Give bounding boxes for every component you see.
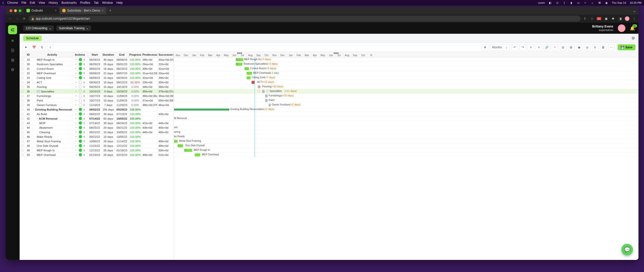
profile-icon[interactable] [625,16,629,21]
cell-end[interactable]: 10/13/23 [115,85,129,89]
avatar[interactable] [618,24,625,32]
bluetooth-icon[interactable]: ᛒ [562,1,566,5]
table-row[interactable]: 42−ACM Removal+🗑07/14/2260 days10/05/221… [20,116,174,121]
table-row[interactable]: 46Make Ready+🗑09/22/2210 days10/05/22100… [20,134,174,139]
nav-gantt-icon[interactable]: ≡ [10,38,16,44]
menu-bookmarks[interactable]: Bookmarks [62,1,77,5]
table-row[interactable]: 45Cleaning+🗑09/22/2210 days10/05/22100.0… [20,130,174,134]
cell-pred[interactable]: 37ss+0d [141,98,157,103]
tab-submittals[interactable]: Submittals - Ben's Demo × [60,7,106,14]
gantt-row[interactable]: Metal Stud Framing [174,139,638,144]
table-row[interactable]: 38Paint+🗑10/27/2310 days11/09/230.00%37s… [20,98,174,103]
table-row[interactable]: 49MEP Rough In+🗑12/13/2226 days01/18/231… [20,148,174,153]
status-icon[interactable] [79,103,82,107]
cell-activity[interactable]: MEP Rough In [32,148,72,152]
row-checkbox[interactable] [21,122,23,124]
cell-progress[interactable]: 0.00% [129,98,141,103]
cell-pred[interactable]: 32ss+0d [141,76,157,80]
extension-icon[interactable]: G [597,17,601,20]
cell-progress[interactable]: 100.00% [129,134,141,139]
cell-pred[interactable]: 29ss+0d [141,62,157,66]
trash-icon[interactable]: 🗑 [83,63,86,65]
summary-bar[interactable] [174,109,229,111]
download-button[interactable]: ⬇ [482,44,488,51]
cell-duration[interactable]: 28 days [102,139,115,143]
cell-activity[interactable]: MEP Overhead [32,71,72,75]
app-logo[interactable]: ⊂ [8,25,17,34]
menu-file[interactable]: File [21,1,26,5]
cell-activity[interactable]: Flooring [32,85,72,89]
control-center-icon[interactable]: ⌘ [598,1,601,5]
add-icon[interactable]: + [74,103,78,107]
row-checkbox[interactable] [21,58,23,61]
image-chip-icon[interactable] [37,90,40,93]
tab-overflow-icon[interactable]: ⌄ [630,8,638,13]
cell-succ[interactable]: 48fs+0d [157,139,174,143]
cell-succ[interactable]: 44fs+0d [157,121,174,125]
cell-end[interactable]: 01/18/23 [115,148,129,152]
collapse-icon[interactable]: − [33,108,34,111]
add-icon[interactable]: + [74,117,78,120]
status-icon[interactable] [79,81,82,84]
cell-succ[interactable]: 36fs+0d [157,85,174,89]
cell-pred[interactable] [141,139,157,143]
row-checkbox[interactable] [21,81,23,84]
cell-pred[interactable]: 33fs+0d [141,80,157,84]
cell-end[interactable]: 10/05/22 [115,134,129,139]
row-checkbox[interactable] [21,104,23,106]
status-icon[interactable] [79,90,82,93]
cell-start[interactable]: 06/02/22 [88,107,102,112]
cell-succ[interactable]: 50fs+0d [157,148,174,152]
trash-icon[interactable]: 🗑 [83,108,86,111]
search-icon[interactable]: ⌕ [591,1,594,5]
add-icon[interactable]: + [74,94,78,97]
indent-right-button[interactable]: ≡ [536,44,542,51]
cell-progress[interactable]: 100.00% [129,66,141,71]
extensions-icon[interactable]: ✱ [611,17,615,20]
cell-activity[interactable]: MOP [32,121,72,125]
undo-button[interactable]: ↶ [511,44,518,51]
gantt-row[interactable]: 0ACT(+15 days) [174,80,638,85]
add-icon[interactable]: + [74,76,78,79]
copy-button[interactable]: ⎘ [592,44,598,51]
indent-left-button[interactable]: ≡ [528,44,534,51]
status-icon[interactable] [79,149,82,152]
add-icon[interactable]: + [74,144,78,147]
row-checkbox[interactable] [21,108,23,111]
maximize-window[interactable] [19,9,21,12]
unlink-button[interactable]: ⫯ [552,44,558,51]
cell-end[interactable]: 08/29/23 [115,76,129,80]
task-bar[interactable]: 0 [184,149,192,152]
cell-progress[interactable]: 100.00% [129,107,141,112]
table-row[interactable]: 48One Side Drywall+🗑11/15/2220 days12/12… [20,144,174,148]
cell-duration[interactable]: 30 days [102,57,115,62]
date-button[interactable]: 📅 [31,44,37,51]
cell-duration[interactable]: 15 days [102,76,115,80]
row-checkbox[interactable] [21,63,23,65]
notifications-button[interactable]: 🔔 81 [630,26,635,31]
cell-activity[interactable]: Control Room [32,66,72,71]
menu-window[interactable]: Window [102,1,113,5]
cell-end[interactable]: 12/12/22 [115,144,129,148]
cell-duration[interactable]: 60 days [102,116,115,121]
cell-start[interactable]: 06/02/22 [88,112,102,116]
cell-progress[interactable]: 100.00% [129,76,141,80]
task-bar[interactable] [265,99,268,102]
cell-start[interactable]: 01/19/23 [88,153,102,157]
gantt-row[interactable]: ent [174,125,638,130]
cell-start[interactable]: 07/14/22 [88,116,102,121]
task-bar[interactable]: 0 [252,81,255,84]
trash-icon[interactable]: 🗑 [83,117,86,120]
trash-icon[interactable]: 🗑 [83,144,86,147]
add-icon[interactable]: + [74,67,78,70]
status-icon[interactable] [79,130,82,134]
row-checkbox[interactable] [21,86,23,88]
add-icon[interactable]: + [74,126,78,129]
url-input[interactable]: 🔒 app.outbuild.com/gantt/10236/ganttchar… [29,16,581,22]
delete-button[interactable]: 🗑 [600,44,607,51]
trash-icon[interactable]: 🗑 [83,126,86,129]
cell-start[interactable]: 08/09/23 [88,71,102,75]
trash-icon[interactable]: 🗑 [83,85,86,88]
trash-icon[interactable]: 🗑 [83,140,86,143]
status-icon[interactable] [79,72,82,75]
